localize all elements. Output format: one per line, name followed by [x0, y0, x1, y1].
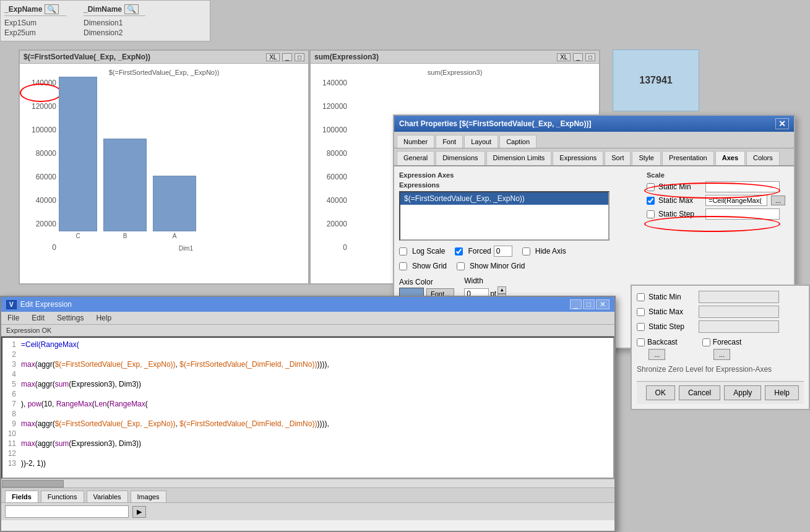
static-step-input[interactable]	[705, 208, 780, 220]
static-max-input[interactable]	[705, 195, 767, 206]
right-static-max-input[interactable]	[699, 306, 779, 318]
exp-name-search-icon[interactable]: 🔍	[45, 4, 59, 14]
show-grid-check[interactable]	[399, 262, 407, 270]
chart-properties-close-btn[interactable]: ✕	[775, 118, 789, 129]
menu-settings[interactable]: Settings	[51, 312, 90, 324]
tab-font[interactable]: Font	[436, 135, 463, 148]
tab-images[interactable]: Images	[131, 491, 166, 502]
show-grid-label: Show Grid	[412, 262, 447, 270]
right-static-step-input[interactable]	[699, 320, 779, 333]
tab-dimensions[interactable]: Dimensions	[436, 151, 485, 165]
right-static-step-check[interactable]	[637, 323, 645, 331]
chart1-maximize-btn[interactable]: □	[295, 53, 304, 61]
right-static-min-input[interactable]	[699, 291, 779, 303]
tab-style[interactable]: Style	[632, 151, 660, 165]
static-step-row: Static Step	[647, 208, 789, 220]
static-min-input[interactable]	[705, 181, 780, 192]
static-max-check[interactable]	[647, 197, 655, 205]
tab-expressions[interactable]: Expressions	[553, 151, 603, 165]
static-min-check[interactable]	[647, 183, 655, 191]
chart1-minimize-btn[interactable]: _	[282, 53, 292, 61]
chart2-minimize-btn[interactable]: _	[573, 53, 583, 61]
code-line-2: 2	[5, 350, 611, 360]
sync-text: Shronize Zero Level for Expression-Axes	[637, 365, 804, 374]
static-step-check[interactable]	[647, 210, 655, 218]
chart-properties-titlebar: Chart Properties [$(=FirstSortedValue(_E…	[394, 116, 794, 132]
code-line-5: 5 max(aggr(sum(Expression3), Dim3))	[5, 380, 611, 390]
chart-properties-top-tabs: Number Font Layout Caption	[394, 132, 794, 148]
menu-edit[interactable]: Edit	[25, 312, 51, 324]
chart1-xl-btn[interactable]: XL	[266, 53, 280, 61]
show-minor-grid-check[interactable]	[457, 262, 465, 270]
backcast-check[interactable]	[637, 338, 645, 346]
width-label: Width	[464, 277, 506, 285]
forced-row: Forced	[455, 246, 512, 257]
chart1-titlebar: $(=FirstSortedValue(_Exp, _ExpNo)) XL _ …	[20, 51, 308, 64]
forced-check[interactable]	[455, 247, 463, 255]
tab-presentation[interactable]: Presentation	[662, 151, 714, 165]
forecast-btn[interactable]: ...	[713, 349, 730, 360]
right-static-max-check[interactable]	[637, 308, 645, 316]
tab-general[interactable]: General	[397, 151, 434, 165]
expression-list[interactable]: $(=FirstSortedValue(_Exp, _ExpNo))	[399, 191, 610, 241]
chart1-bar-a: A	[153, 176, 196, 239]
expr-minimize-btn[interactable]: _	[570, 299, 582, 309]
help-btn[interactable]: Help	[765, 385, 799, 400]
hide-axis-check[interactable]	[522, 247, 530, 255]
width-up-btn[interactable]: ▲	[498, 286, 506, 294]
chart2-xl-btn[interactable]: XL	[557, 53, 571, 61]
menu-file[interactable]: File	[1, 312, 25, 324]
chart-properties-bottom-tabs: General Dimensions Dimension Limits Expr…	[394, 148, 794, 166]
edit-expression-window: V Edit Expression _ □ ✕ File Edit Settin…	[0, 296, 616, 532]
expr-hscrollbar-thumb[interactable]	[2, 480, 64, 487]
tab-colors[interactable]: Colors	[746, 151, 780, 165]
right-static-min-label: Static Min	[648, 293, 695, 301]
expr-status: Expression OK	[1, 325, 614, 337]
ok-btn[interactable]: OK	[646, 385, 675, 400]
dim-item-2[interactable]: Dimension2	[84, 28, 145, 37]
expr-code-area[interactable]: 1 =Ceil(RangeMax( 2 3 max(aggr($(=FirstS…	[1, 337, 614, 479]
code-line-1: 1 =Ceil(RangeMax(	[5, 340, 611, 350]
right-static-min-row: Static Min	[637, 291, 804, 303]
backcast-btn[interactable]: ...	[648, 349, 665, 360]
exp-item-2[interactable]: Exp25um	[4, 28, 66, 37]
static-max-btn[interactable]: ...	[771, 195, 785, 205]
code-line-10: 10	[5, 429, 611, 439]
chart1-title: $(=FirstSortedValue(_Exp, _ExpNo))	[24, 53, 150, 61]
forced-value[interactable]	[494, 246, 512, 257]
expr-close-btn[interactable]: ✕	[596, 299, 610, 309]
dim-item-1[interactable]: Dimension1	[84, 19, 145, 27]
exp-item-1[interactable]: Exp1Sum	[4, 19, 66, 27]
log-scale-check[interactable]	[399, 247, 407, 255]
scale-label: Scale	[647, 171, 789, 179]
show-minor-grid-row: Show Minor Grid	[457, 262, 525, 270]
expr-search-input[interactable]	[5, 505, 129, 518]
expression-item-0[interactable]: $(=FirstSortedValue(_Exp, _ExpNo))	[400, 192, 608, 205]
tab-number[interactable]: Number	[397, 135, 434, 148]
tab-sort[interactable]: Sort	[605, 151, 631, 165]
tab-fields[interactable]: Fields	[5, 491, 38, 502]
tab-caption[interactable]: Caption	[499, 135, 536, 148]
tab-layout[interactable]: Layout	[464, 135, 498, 148]
dim-name-search-icon[interactable]: 🔍	[124, 4, 139, 14]
apply-btn[interactable]: Apply	[724, 385, 761, 400]
forecast-check[interactable]	[702, 338, 710, 346]
menu-help[interactable]: Help	[90, 312, 118, 324]
chart2-maximize-btn[interactable]: □	[585, 53, 595, 61]
code-line-3: 3 max(aggr($(=FirstSortedValue(_Exp, _Ex…	[5, 360, 611, 370]
expr-restore-btn[interactable]: □	[583, 299, 595, 309]
code-line-6: 6	[5, 390, 611, 400]
tab-dimension-limits[interactable]: Dimension Limits	[486, 151, 552, 165]
tab-variables[interactable]: Variables	[87, 491, 128, 502]
right-static-min-check[interactable]	[637, 293, 645, 301]
chart1-dim-label: Dim1	[179, 245, 193, 252]
exp-name-label: _ExpName	[4, 5, 42, 14]
cancel-btn[interactable]: Cancel	[679, 385, 720, 400]
expr-hscrollbar[interactable]	[1, 479, 614, 487]
tab-functions[interactable]: Functions	[41, 491, 84, 502]
hide-axis-label: Hide Axis	[535, 247, 566, 255]
expr-tabs-row: Fields Functions Variables Images	[1, 487, 614, 502]
expr-search-btn[interactable]: ▶	[132, 506, 146, 518]
chart-properties-title: Chart Properties [$(=FirstSortedValue(_E…	[399, 119, 591, 128]
tab-axes[interactable]: Axes	[715, 151, 745, 165]
